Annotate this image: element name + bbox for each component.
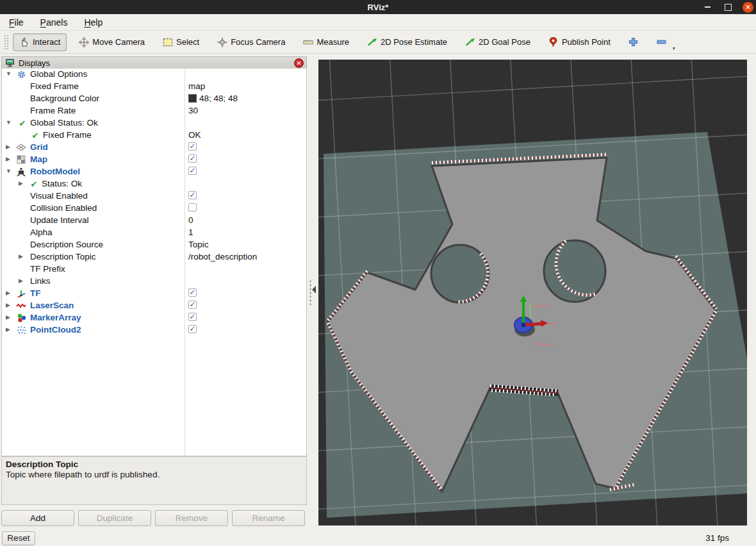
toolbar-button-label: Move Camera <box>92 37 145 47</box>
tree-row-background-color[interactable]: Background Color48; 48; 48 <box>2 93 306 105</box>
chevron-right-icon[interactable]: ▶ <box>6 144 10 150</box>
check-icon: ✔ <box>17 118 28 128</box>
toolbar-button-label: 2D Pose Estimate <box>381 37 447 47</box>
tree-row-pointcloud2[interactable]: ▶PointCloud2✓ <box>2 324 306 336</box>
chevron-down-icon[interactable]: ▼ <box>6 70 12 77</box>
splitter-handle-dots[interactable] <box>309 279 311 305</box>
chevron-right-icon[interactable]: ▶ <box>19 277 23 284</box>
tree-row-value[interactable]: 48; 48; 48 <box>188 94 238 103</box>
enable-checkbox[interactable]: ✓ <box>188 142 197 151</box>
tree-row-frame-rate[interactable]: Frame Rate30 <box>2 105 306 117</box>
reset-button[interactable]: Reset <box>2 531 35 545</box>
toolbar-button-plus-icon[interactable] <box>623 34 645 51</box>
tree-row-value[interactable]: /robot_description <box>188 252 257 261</box>
menu-item-help[interactable]: Help <box>84 17 103 28</box>
tree-row-robotmodel[interactable]: ▼RobotModel✓ <box>2 166 306 178</box>
chevron-right-icon[interactable]: ▶ <box>6 314 10 320</box>
tree-row-label: Description Topic <box>30 252 96 261</box>
enable-checkbox[interactable]: ✓ <box>188 313 197 321</box>
robot-center <box>522 323 526 327</box>
toolbar-button-minus-icon[interactable]: ▾ <box>651 34 673 51</box>
menu-bar: FilePanelsHelp <box>0 14 756 31</box>
toolbar-button-label: Interact <box>33 37 60 47</box>
marker-array-icon <box>16 313 26 323</box>
menu-item-panels[interactable]: Panels <box>40 17 68 28</box>
tree-row-update-interval[interactable]: Update Interval0 <box>2 215 306 227</box>
chevron-right-icon[interactable]: ▶ <box>6 290 10 296</box>
toolbar-button-focus-camera[interactable]: Focus Camera <box>211 34 291 51</box>
remove-button[interactable]: Remove <box>155 510 228 526</box>
map-icon <box>16 154 26 165</box>
panel-close-icon[interactable]: ✕ <box>294 58 304 68</box>
tree-row-value[interactable]: OK <box>188 130 201 140</box>
toolbar-drag-handle[interactable] <box>4 35 9 50</box>
enable-checkbox[interactable] <box>188 203 197 211</box>
toolbar-button-interact[interactable]: Interact <box>13 33 67 51</box>
tree-row-fixed-frame[interactable]: Fixed Framemap <box>2 81 306 93</box>
tree-row-label: Global Options <box>30 69 87 79</box>
rename-button[interactable]: Rename <box>232 510 305 526</box>
tree-row-grid[interactable]: ▶Grid✓ <box>2 142 306 154</box>
status-bar: Reset 31 fps <box>0 528 756 546</box>
tree-row-visual-enabled[interactable]: Visual Enabled✓ <box>2 190 306 203</box>
move-camera-icon <box>79 37 89 47</box>
tree-row-markerarray[interactable]: ▶MarkerArray✓ <box>2 312 306 324</box>
minimize-icon[interactable] <box>702 1 713 13</box>
chevron-right-icon[interactable]: ▶ <box>19 253 23 260</box>
dropdown-caret-icon[interactable]: ▾ <box>673 46 675 51</box>
chevron-down-icon[interactable]: ▼ <box>6 168 12 174</box>
enable-checkbox[interactable]: ✓ <box>188 154 197 163</box>
maximize-icon[interactable] <box>722 1 734 13</box>
enable-checkbox[interactable]: ✓ <box>188 191 197 199</box>
render-viewport[interactable] <box>318 60 747 525</box>
tree-row-description-topic[interactable]: ▶Description Topic/robot_description <box>2 251 306 263</box>
toolbar-button-2d-goal-pose[interactable]: 2D Goal Pose <box>459 34 536 51</box>
tree-row-links[interactable]: ▶Links <box>2 276 306 288</box>
menu-item-file[interactable]: File <box>9 17 24 28</box>
toolbar-button-2d-pose-estimate[interactable]: 2D Pose Estimate <box>361 34 453 51</box>
duplicate-button[interactable]: Duplicate <box>78 510 151 526</box>
chevron-down-icon[interactable]: ▼ <box>6 119 12 126</box>
toolbar-button-select[interactable]: Select <box>157 34 205 51</box>
tree-row-alpha[interactable]: Alpha1 <box>2 227 306 239</box>
tree-row-global-status-ok[interactable]: ▼✔Global Status: Ok <box>2 117 306 129</box>
tree-row-value[interactable]: map <box>188 81 205 91</box>
displays-tree: ▼Global OptionsFixed FramemapBackground … <box>1 69 307 456</box>
tree-row-status-ok[interactable]: ▶✔Status: Ok <box>2 178 306 190</box>
close-icon[interactable]: ✕ <box>743 2 753 13</box>
toolbar-button-move-camera[interactable]: Move Camera <box>73 34 151 51</box>
window-title: RViz* <box>368 3 389 12</box>
tree-row-fixed-frame[interactable]: ✔Fixed FrameOK <box>2 129 306 142</box>
toolbar-button-label: Select <box>176 37 199 47</box>
enable-checkbox[interactable]: ✓ <box>188 301 197 309</box>
add-button[interactable]: Add <box>1 510 74 526</box>
tree-row-global-options[interactable]: ▼Global Options <box>2 69 306 81</box>
splitter-collapse-arrow-icon[interactable] <box>312 286 316 294</box>
tree-row-value[interactable]: 1 <box>188 228 193 237</box>
enable-checkbox[interactable]: ✓ <box>188 288 197 297</box>
tree-row-value[interactable]: 30 <box>188 106 198 115</box>
tree-row-laserscan[interactable]: ▶LaserScan✓ <box>2 300 306 312</box>
toolbar-button-label: 2D Goal Pose <box>479 37 530 47</box>
tree-row-value[interactable]: 0 <box>188 215 193 225</box>
tree-row-value[interactable]: Topic <box>188 240 209 249</box>
enable-checkbox[interactable]: ✓ <box>188 167 197 175</box>
laserscan-icon <box>16 301 26 311</box>
description-title: Description Topic <box>6 459 302 469</box>
tree-row-tf[interactable]: ▶TF✓ <box>2 288 306 300</box>
displays-panel-header[interactable]: Displays ✕ <box>1 56 307 69</box>
chevron-right-icon[interactable]: ▶ <box>6 326 10 333</box>
enable-checkbox[interactable]: ✓ <box>188 325 197 333</box>
panel-splitter[interactable] <box>307 54 318 528</box>
toolbar-button-measure[interactable]: Measure <box>297 34 355 51</box>
tree-row-label: Frame Rate <box>30 106 76 115</box>
chevron-right-icon[interactable]: ▶ <box>19 180 23 186</box>
tree-row-collision-enabled[interactable]: Collision Enabled <box>2 203 306 215</box>
tree-row-label: Collision Enabled <box>30 203 97 213</box>
tree-row-tf-prefix[interactable]: TF Prefix <box>2 263 306 276</box>
chevron-right-icon[interactable]: ▶ <box>6 302 10 308</box>
chevron-right-icon[interactable]: ▶ <box>6 156 10 162</box>
tree-row-map[interactable]: ▶Map✓ <box>2 154 306 166</box>
toolbar-button-publish-point[interactable]: Publish Point <box>543 34 616 51</box>
tree-row-description-source[interactable]: Description SourceTopic <box>2 239 306 251</box>
